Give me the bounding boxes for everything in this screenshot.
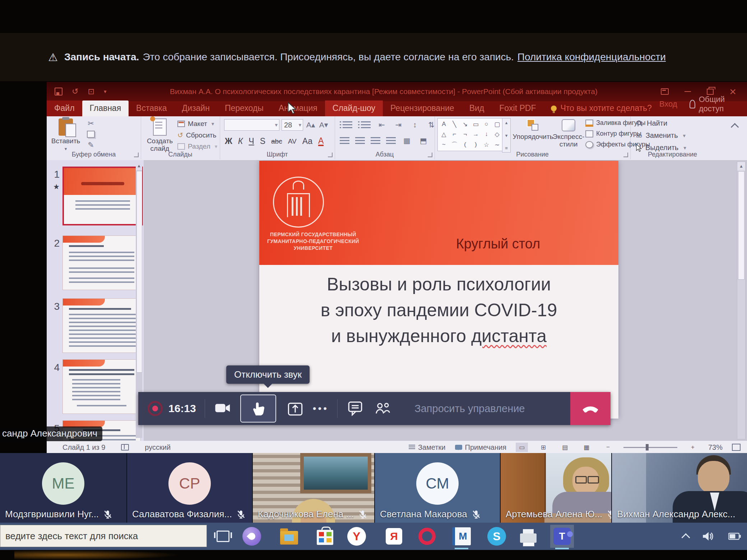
tray-expand-icon[interactable] — [681, 533, 690, 542]
shape-triangle-icon[interactable]: △ — [441, 131, 446, 138]
font-color-button[interactable]: А — [318, 137, 324, 146]
skype-button[interactable]: S — [485, 525, 509, 548]
request-control-button[interactable]: Запросить управление — [414, 403, 525, 415]
reset-button[interactable]: ↺Сбросить — [177, 131, 219, 139]
zoom-slider-thumb[interactable] — [646, 444, 649, 451]
shape-line-icon[interactable]: ╲ — [453, 121, 456, 128]
shape-elbow-icon[interactable]: ⌐ — [453, 131, 456, 138]
font-size-input[interactable] — [282, 121, 297, 129]
zoom-slider[interactable] — [623, 447, 677, 448]
slide-canvas[interactable]: ПЕРМСКИЙ ГОСУДАРСТВЕННЫЙ ГУМАНИТАРНО-ПЕД… — [259, 161, 618, 419]
mail-app-button[interactable]: M — [450, 525, 473, 548]
shape-brace-left-icon[interactable]: ( — [464, 141, 466, 148]
numbering-icon[interactable] — [361, 121, 371, 129]
shape-arrow-right-icon[interactable]: → — [473, 131, 479, 138]
tab-file[interactable]: Файл — [47, 101, 82, 116]
slide-thumbnail-2[interactable] — [62, 235, 141, 290]
shape-brace-right-icon[interactable]: ) — [475, 141, 477, 148]
tab-design[interactable]: Дизайн — [175, 101, 217, 116]
find-button[interactable]: Найти — [636, 119, 688, 127]
yandex-browser-button[interactable]: Y — [345, 525, 368, 548]
shape-rounded-rect-icon[interactable]: ▢ — [494, 121, 500, 128]
shapes-more-icon[interactable]: ≡ — [505, 145, 508, 151]
slideshow-view-icon[interactable]: ▦ — [580, 443, 593, 452]
file-explorer-button[interactable] — [277, 525, 301, 548]
ribbon-display-options-icon[interactable] — [661, 88, 669, 95]
change-case-button[interactable]: Аа — [302, 136, 312, 146]
restore-button[interactable] — [707, 89, 714, 95]
clipboard-dialog-launcher[interactable] — [134, 153, 139, 157]
bullets-icon[interactable] — [343, 121, 352, 129]
new-slide-button[interactable]: Создать слайд — [144, 118, 176, 152]
italic-button[interactable]: К — [238, 136, 243, 146]
increase-indent-icon[interactable]: ⇥ — [393, 120, 404, 130]
shape-star-icon[interactable]: ☆ — [484, 141, 489, 149]
tab-slideshow[interactable]: Слайд-шоу — [325, 101, 383, 116]
paste-button[interactable]: Вставить ▾ — [50, 118, 81, 151]
slide-thumbnail-4[interactable] — [62, 359, 141, 414]
printer-button[interactable] — [516, 525, 540, 548]
tab-tell-me[interactable]: Что вы хотите сделать? — [543, 101, 659, 116]
shapes-scroll-up-icon[interactable]: ▴ — [505, 120, 508, 125]
notes-toggle[interactable]: Заметки — [409, 443, 446, 452]
shape-arrow-icon[interactable]: ↘ — [463, 121, 468, 128]
thumbnail-scroll-thumb[interactable] — [136, 171, 142, 373]
quick-styles-button[interactable]: Экспресс-стили — [553, 119, 584, 148]
font-name-combo[interactable]: ▾ — [224, 119, 279, 131]
font-size-combo[interactable]: ▾ — [282, 119, 303, 131]
taskbar-search-input[interactable] — [0, 525, 207, 547]
zoom-in-icon[interactable]: + — [687, 443, 699, 452]
participant-tile[interactable]: Артемьева Алена Ю... — [501, 453, 611, 523]
share-screen-button[interactable] — [288, 401, 303, 416]
privacy-policy-link[interactable]: Политика конфиденциальности — [518, 51, 666, 63]
slide-scroll-up-icon[interactable]: ▲ — [737, 162, 745, 171]
minimize-button[interactable] — [685, 91, 691, 92]
start-slideshow-icon[interactable]: ⊡ — [88, 87, 94, 96]
shape-textbox-icon[interactable]: A — [442, 121, 446, 128]
hangup-button[interactable] — [570, 392, 611, 425]
tab-foxit-pdf[interactable]: Foxit PDF — [492, 101, 543, 116]
undo-icon[interactable]: ↺ — [72, 87, 78, 96]
reading-view-icon[interactable]: ▤ — [559, 443, 571, 452]
participant-tile[interactable]: Вихман Александр Алекс... — [612, 453, 747, 523]
shape-wave-icon[interactable]: ∼ — [495, 141, 500, 149]
more-options-button[interactable]: ••• — [313, 403, 329, 414]
camera-button[interactable] — [215, 403, 231, 414]
shape-rectangle-icon[interactable]: ▭ — [473, 121, 479, 128]
format-painter-icon[interactable]: ✎ — [85, 140, 96, 150]
thumbnail-scroll-up-icon[interactable]: ▲ — [136, 162, 142, 170]
sign-in-button[interactable]: Вход — [659, 99, 677, 109]
spellcheck-book-icon[interactable] — [121, 444, 129, 451]
align-right-icon[interactable] — [371, 137, 380, 145]
participants-button[interactable] — [375, 401, 391, 416]
font-dialog-launcher[interactable] — [328, 153, 333, 157]
participant-tile[interactable]: СМ Светлана Макарова — [375, 453, 500, 523]
text-shadow-button[interactable]: S — [260, 136, 265, 146]
zoom-level[interactable]: 73% — [708, 443, 723, 452]
replace-button[interactable]: ab Заменить▾ — [636, 131, 688, 140]
yandex-app-button[interactable]: Я — [382, 525, 406, 548]
decrease-font-icon[interactable]: А▾ — [318, 120, 329, 130]
comments-toggle[interactable]: Примечания — [455, 443, 506, 452]
teams-app-button[interactable]: T — [550, 525, 574, 548]
drawing-dialog-launcher[interactable] — [623, 153, 628, 157]
language-indicator[interactable]: русский — [145, 443, 171, 452]
shape-oval-icon[interactable]: ○ — [484, 121, 488, 128]
participant-tile[interactable]: СР Салаватова Физалия... — [127, 453, 252, 523]
share-button[interactable]: Общий доступ — [690, 95, 731, 113]
bold-button[interactable]: Ж — [225, 136, 232, 146]
slide-sorter-view-icon[interactable]: ⊞ — [537, 443, 549, 452]
layout-button[interactable]: Макет▾ — [177, 120, 219, 128]
opera-button[interactable] — [415, 525, 439, 548]
mute-button[interactable] — [240, 395, 276, 423]
tab-insert[interactable]: Вставка — [129, 101, 175, 116]
participant-tile[interactable]: Кадочникова Елена ... — [253, 453, 374, 523]
shapes-scroll-down-icon[interactable]: ▾ — [505, 133, 508, 138]
normal-view-icon[interactable]: ▭ — [516, 443, 528, 452]
smartart-convert-icon[interactable]: ⬒ — [418, 136, 429, 146]
arrange-button[interactable]: Упорядочить — [514, 119, 552, 140]
task-view-button[interactable] — [211, 525, 235, 548]
character-spacing-button[interactable]: AV — [288, 137, 297, 145]
slide-thumbnail-1[interactable] — [62, 167, 143, 225]
shape-freeform-icon[interactable]: ◇ — [495, 131, 500, 138]
